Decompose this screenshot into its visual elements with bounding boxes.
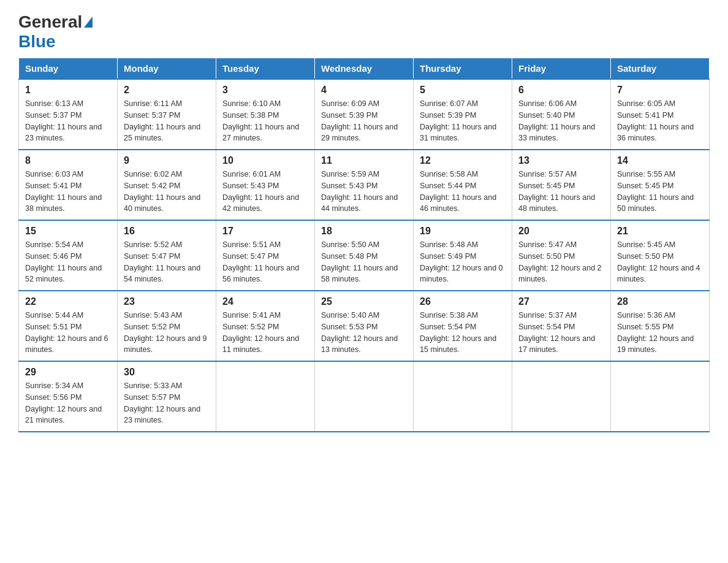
day-info: Sunrise: 5:48 AMSunset: 5:49 PMDaylight:…: [420, 239, 506, 285]
calendar-cell: 29Sunrise: 5:34 AMSunset: 5:56 PMDayligh…: [19, 361, 118, 432]
day-info: Sunrise: 5:45 AMSunset: 5:50 PMDaylight:…: [617, 239, 703, 285]
calendar-cell: [414, 361, 512, 432]
day-number: 12: [420, 155, 506, 166]
day-info: Sunrise: 6:10 AMSunset: 5:38 PMDaylight:…: [222, 98, 308, 144]
calendar-cell: 6Sunrise: 6:06 AMSunset: 5:40 PMDaylight…: [512, 79, 611, 150]
day-number: 1: [25, 85, 111, 96]
day-info: Sunrise: 5:44 AMSunset: 5:51 PMDaylight:…: [25, 310, 111, 356]
calendar-week-row: 29Sunrise: 5:34 AMSunset: 5:56 PMDayligh…: [19, 361, 710, 432]
weekday-header-monday: Monday: [118, 58, 216, 80]
calendar-cell: 16Sunrise: 5:52 AMSunset: 5:47 PMDayligh…: [118, 220, 216, 291]
day-number: 9: [124, 155, 210, 166]
day-number: 8: [25, 155, 111, 166]
day-number: 24: [222, 296, 308, 307]
calendar-cell: 25Sunrise: 5:40 AMSunset: 5:53 PMDayligh…: [315, 291, 414, 361]
day-number: 20: [518, 226, 604, 237]
day-info: Sunrise: 6:03 AMSunset: 5:41 PMDaylight:…: [25, 169, 111, 215]
day-info: Sunrise: 5:57 AMSunset: 5:45 PMDaylight:…: [518, 169, 604, 215]
calendar-cell: 11Sunrise: 5:59 AMSunset: 5:43 PMDayligh…: [315, 150, 414, 220]
day-number: 29: [25, 367, 111, 378]
day-info: Sunrise: 6:02 AMSunset: 5:42 PMDaylight:…: [124, 169, 210, 215]
calendar-cell: [315, 361, 414, 432]
calendar-cell: 18Sunrise: 5:50 AMSunset: 5:48 PMDayligh…: [315, 220, 414, 291]
weekday-header-friday: Friday: [512, 58, 611, 80]
day-number: 7: [617, 85, 703, 96]
calendar-week-row: 1Sunrise: 6:13 AMSunset: 5:37 PMDaylight…: [19, 79, 710, 150]
calendar-cell: 24Sunrise: 5:41 AMSunset: 5:52 PMDayligh…: [216, 291, 315, 361]
day-info: Sunrise: 5:52 AMSunset: 5:47 PMDaylight:…: [124, 239, 210, 285]
day-info: Sunrise: 5:41 AMSunset: 5:52 PMDaylight:…: [222, 310, 308, 356]
logo-triangle-icon: [84, 17, 93, 28]
calendar-cell: 19Sunrise: 5:48 AMSunset: 5:49 PMDayligh…: [414, 220, 512, 291]
calendar-cell: 27Sunrise: 5:37 AMSunset: 5:54 PMDayligh…: [512, 291, 611, 361]
day-info: Sunrise: 6:07 AMSunset: 5:39 PMDaylight:…: [420, 98, 506, 144]
day-info: Sunrise: 5:47 AMSunset: 5:50 PMDaylight:…: [518, 239, 604, 285]
weekday-header-tuesday: Tuesday: [216, 58, 315, 80]
calendar-week-row: 22Sunrise: 5:44 AMSunset: 5:51 PMDayligh…: [19, 291, 710, 361]
calendar-cell: 30Sunrise: 5:33 AMSunset: 5:57 PMDayligh…: [118, 361, 216, 432]
day-number: 18: [321, 226, 407, 237]
day-info: Sunrise: 5:58 AMSunset: 5:44 PMDaylight:…: [420, 169, 506, 215]
calendar-week-row: 15Sunrise: 5:54 AMSunset: 5:46 PMDayligh…: [19, 220, 710, 291]
logo-text: General: [18, 12, 93, 32]
calendar-cell: 22Sunrise: 5:44 AMSunset: 5:51 PMDayligh…: [19, 291, 118, 361]
calendar-cell: 8Sunrise: 6:03 AMSunset: 5:41 PMDaylight…: [19, 150, 118, 220]
day-number: 22: [25, 296, 111, 307]
calendar-cell: 15Sunrise: 5:54 AMSunset: 5:46 PMDayligh…: [19, 220, 118, 291]
day-info: Sunrise: 5:37 AMSunset: 5:54 PMDaylight:…: [518, 310, 604, 356]
day-number: 14: [617, 155, 703, 166]
calendar-cell: 12Sunrise: 5:58 AMSunset: 5:44 PMDayligh…: [414, 150, 512, 220]
day-info: Sunrise: 5:55 AMSunset: 5:45 PMDaylight:…: [617, 169, 703, 215]
day-number: 6: [518, 85, 604, 96]
calendar-cell: 3Sunrise: 6:10 AMSunset: 5:38 PMDaylight…: [216, 79, 315, 150]
calendar-cell: 14Sunrise: 5:55 AMSunset: 5:45 PMDayligh…: [611, 150, 710, 220]
calendar-cell: [216, 361, 315, 432]
day-info: Sunrise: 6:13 AMSunset: 5:37 PMDaylight:…: [25, 98, 111, 144]
day-number: 15: [25, 226, 111, 237]
day-number: 5: [420, 85, 506, 96]
logo-general-text: General: [18, 12, 82, 32]
day-number: 23: [124, 296, 210, 307]
logo-blue-text: Blue: [18, 32, 56, 52]
calendar-cell: 4Sunrise: 6:09 AMSunset: 5:39 PMDaylight…: [315, 79, 414, 150]
day-info: Sunrise: 5:54 AMSunset: 5:46 PMDaylight:…: [25, 239, 111, 285]
calendar-cell: 2Sunrise: 6:11 AMSunset: 5:37 PMDaylight…: [118, 79, 216, 150]
day-info: Sunrise: 6:05 AMSunset: 5:41 PMDaylight:…: [617, 98, 703, 144]
calendar-cell: [611, 361, 710, 432]
day-info: Sunrise: 6:09 AMSunset: 5:39 PMDaylight:…: [321, 98, 407, 144]
day-number: 3: [222, 85, 308, 96]
calendar-cell: 23Sunrise: 5:43 AMSunset: 5:52 PMDayligh…: [118, 291, 216, 361]
day-info: Sunrise: 5:51 AMSunset: 5:47 PMDaylight:…: [222, 239, 308, 285]
day-number: 11: [321, 155, 407, 166]
calendar-week-row: 8Sunrise: 6:03 AMSunset: 5:41 PMDaylight…: [19, 150, 710, 220]
weekday-header-saturday: Saturday: [611, 58, 710, 80]
day-number: 28: [617, 296, 703, 307]
day-info: Sunrise: 5:50 AMSunset: 5:48 PMDaylight:…: [321, 239, 407, 285]
calendar-cell: 5Sunrise: 6:07 AMSunset: 5:39 PMDaylight…: [414, 79, 512, 150]
calendar-cell: 21Sunrise: 5:45 AMSunset: 5:50 PMDayligh…: [611, 220, 710, 291]
day-number: 27: [518, 296, 604, 307]
page-header: General Blue: [18, 12, 710, 52]
day-number: 30: [124, 367, 210, 378]
calendar-cell: 26Sunrise: 5:38 AMSunset: 5:54 PMDayligh…: [414, 291, 512, 361]
calendar-table: SundayMondayTuesdayWednesdayThursdayFrid…: [18, 58, 710, 432]
weekday-header-wednesday: Wednesday: [315, 58, 414, 80]
day-info: Sunrise: 6:06 AMSunset: 5:40 PMDaylight:…: [518, 98, 604, 144]
day-info: Sunrise: 6:01 AMSunset: 5:43 PMDaylight:…: [222, 169, 308, 215]
day-number: 19: [420, 226, 506, 237]
day-number: 26: [420, 296, 506, 307]
calendar-cell: [512, 361, 611, 432]
calendar-cell: 10Sunrise: 6:01 AMSunset: 5:43 PMDayligh…: [216, 150, 315, 220]
logo-line2: Blue: [18, 32, 56, 52]
day-info: Sunrise: 5:43 AMSunset: 5:52 PMDaylight:…: [124, 310, 210, 356]
day-number: 2: [124, 85, 210, 96]
logo: General Blue: [18, 12, 93, 52]
day-number: 4: [321, 85, 407, 96]
day-number: 17: [222, 226, 308, 237]
calendar-cell: 1Sunrise: 6:13 AMSunset: 5:37 PMDaylight…: [19, 79, 118, 150]
day-number: 13: [518, 155, 604, 166]
day-info: Sunrise: 5:40 AMSunset: 5:53 PMDaylight:…: [321, 310, 407, 356]
day-number: 21: [617, 226, 703, 237]
calendar-cell: 13Sunrise: 5:57 AMSunset: 5:45 PMDayligh…: [512, 150, 611, 220]
day-number: 10: [222, 155, 308, 166]
